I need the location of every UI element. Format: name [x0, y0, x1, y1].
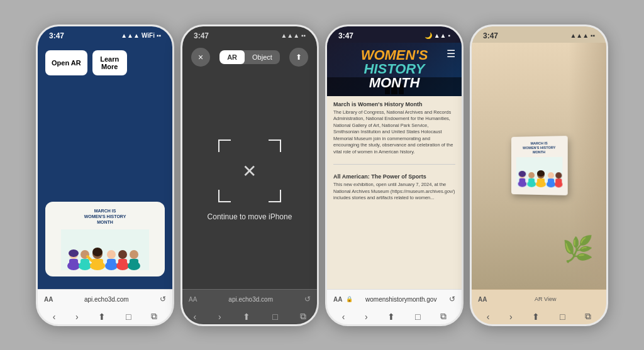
svg-point-4	[69, 249, 79, 257]
forward-icon-3[interactable]: ›	[365, 312, 368, 322]
forward-icon-4[interactable]: ›	[509, 312, 513, 322]
aa-label-4[interactable]: AA	[478, 296, 487, 303]
status-time-1: 3:47	[49, 31, 64, 40]
tabs-icon-2[interactable]: ⧉	[300, 311, 306, 322]
reload-icon-1[interactable]: ↺	[160, 295, 166, 304]
phone3-nav-bar: ‹ › ⬆ □ ⧉	[327, 309, 462, 324]
status-time-4: 3:47	[483, 31, 498, 40]
phone-4: 3:47 ▲▲▲ ▪▪ MARCH IS WOMEN'S HISTORY MON…	[470, 25, 608, 326]
poster-line1: MARCH IS	[531, 141, 548, 145]
phone2-screen: × AR Object ⬆ ✕ Continue to move iPhone	[182, 43, 317, 289]
tabs-icon-4[interactable]: ⧉	[585, 311, 591, 322]
forward-icon-1[interactable]: ›	[75, 312, 79, 322]
scan-corner-tr	[269, 139, 281, 152]
phone3-screen: WOMEN'S HISTORY MONTH ☰ March is Women's…	[327, 43, 462, 289]
status-time-2: 3:47	[194, 31, 209, 40]
svg-point-16	[118, 250, 127, 259]
phone-3: 3:47 🌙 ▲▲ ▪ WOM	[325, 25, 464, 326]
svg-rect-7	[80, 259, 89, 269]
url-text-2[interactable]: api.echo3d.com	[201, 296, 301, 303]
share-icon-4[interactable]: ⬆	[532, 312, 540, 322]
tabs-icon-1[interactable]: ⧉	[151, 311, 157, 322]
back-icon-3[interactable]: ‹	[342, 312, 345, 322]
poster-title: MARCH IS WOMEN'S HISTORY MONTH	[516, 141, 563, 155]
bookmarks-icon-1[interactable]: □	[126, 312, 131, 322]
plant-decoration: 🌿	[562, 234, 594, 264]
content-title-1: March is Women's History Month	[333, 101, 455, 107]
phone1-card: MARCH IS WOMEN'S HISTORY MONTH	[45, 202, 165, 276]
svg-rect-25	[519, 178, 526, 186]
phone1-screen: Open AR LearnMore MARCH IS WOMEN'S HISTO…	[38, 43, 172, 289]
womens-title: WOMEN'S HISTORY MONTH	[358, 46, 431, 92]
tabs-icon-3[interactable]: ⧉	[440, 311, 447, 322]
svg-rect-21	[130, 259, 138, 269]
status-bar-1: 3:47 ▲▲▲ WiFi ▪▪	[38, 26, 172, 43]
title-line1: WOMEN'S	[361, 48, 428, 62]
hamburger-button[interactable]: ☰	[447, 48, 455, 60]
title-line2: HISTORY	[361, 62, 428, 76]
bookmarks-icon-4[interactable]: □	[560, 312, 565, 322]
svg-rect-14	[107, 259, 116, 269]
title-line3: MONTH	[361, 76, 428, 90]
phone1-buttons: Open AR LearnMore	[38, 43, 172, 83]
svg-rect-17	[118, 259, 127, 269]
bookmarks-icon-2[interactable]: □	[272, 312, 277, 322]
back-icon-2[interactable]: ‹	[193, 312, 196, 322]
poster-line3: MONTH	[533, 150, 545, 154]
wifi-icon: WiFi	[142, 32, 155, 39]
scan-crosshair: ✕	[242, 160, 257, 181]
signal-icon: ▲▲▲	[121, 32, 140, 39]
svg-rect-32	[537, 178, 545, 186]
status-icons-1: ▲▲▲ WiFi ▪▪	[121, 32, 161, 39]
card-line1: MARCH IS	[94, 209, 116, 213]
phone3-content: March is Women's History Month The Libra…	[327, 96, 462, 289]
ar-poster-in-room: MARCH IS WOMEN'S HISTORY MONTH	[511, 136, 568, 195]
phone4-address-bar: AA AR View	[472, 290, 606, 310]
learn-more-button[interactable]: LearnMore	[92, 50, 127, 75]
phone2-address-bar: AA api.echo3d.com ↺	[182, 290, 317, 310]
share-button-2[interactable]: ⬆	[289, 48, 308, 67]
svg-point-20	[130, 250, 138, 259]
object-mode-button[interactable]: Object	[245, 50, 280, 64]
phone2-top-bar: × AR Object ⬆	[182, 43, 317, 72]
svg-rect-3	[69, 259, 78, 269]
open-ar-button[interactable]: Open AR	[45, 50, 87, 75]
svg-point-11	[92, 248, 103, 256]
status-time-3: 3:47	[338, 31, 353, 40]
content-text-2: This new exhibition, open until January …	[333, 182, 455, 202]
phone1-address-bar: AA api.echo3d.com ↺	[38, 290, 172, 310]
svg-point-13	[107, 250, 116, 259]
aa-label-2[interactable]: AA	[189, 296, 197, 303]
back-icon-1[interactable]: ‹	[53, 312, 56, 322]
content-divider	[333, 164, 455, 165]
reload-icon-3[interactable]: ↺	[449, 295, 455, 304]
scan-box: ✕	[218, 139, 281, 202]
back-icon-4[interactable]: ‹	[487, 312, 490, 322]
status-bar-4: 3:47 ▲▲▲ ▪▪	[472, 26, 606, 43]
aa-label-1[interactable]: AA	[44, 296, 53, 303]
battery-icon: ▪▪	[157, 32, 161, 39]
phone4-bottom-bar: AA AR View ‹ › ⬆ □ ⧉	[472, 289, 606, 324]
scan-corner-br	[269, 190, 281, 202]
share-icon-1[interactable]: ⬆	[98, 312, 106, 322]
url-text-3[interactable]: womenshistorymonth.gov	[357, 296, 445, 303]
ar-mode-button[interactable]: AR	[219, 50, 245, 64]
url-text-1[interactable]: api.echo3d.com	[57, 296, 156, 303]
women-illustration-room	[516, 157, 563, 188]
phone4-nav-bar: ‹ › ⬆ □ ⧉	[472, 309, 606, 324]
phone-1: 3:47 ▲▲▲ WiFi ▪▪ Open AR LearnMore MARCH…	[36, 25, 174, 326]
reload-icon-2[interactable]: ↺	[304, 295, 311, 304]
phone3-header: WOMEN'S HISTORY MONTH ☰	[327, 43, 462, 96]
aa-label-3[interactable]: AA	[333, 296, 342, 303]
lock-icon-3: 🔒	[346, 296, 353, 302]
bookmarks-icon-3[interactable]: □	[415, 312, 420, 322]
battery-icon-3: ▪	[448, 32, 450, 39]
content-text-1: The Library of Congress, National Archiv…	[333, 109, 455, 156]
share-icon-2[interactable]: ⬆	[243, 312, 250, 322]
url-text-4: AR View	[491, 296, 600, 302]
share-icon-3[interactable]: ⬆	[387, 312, 395, 322]
phone4-screen: MARCH IS WOMEN'S HISTORY MONTH	[472, 43, 606, 289]
close-ar-button[interactable]: ×	[191, 48, 210, 67]
forward-icon-2[interactable]: ›	[218, 312, 221, 322]
phone2-bottom-bar: AA api.echo3d.com ↺ ‹ › ⬆ □ ⧉	[182, 289, 317, 324]
